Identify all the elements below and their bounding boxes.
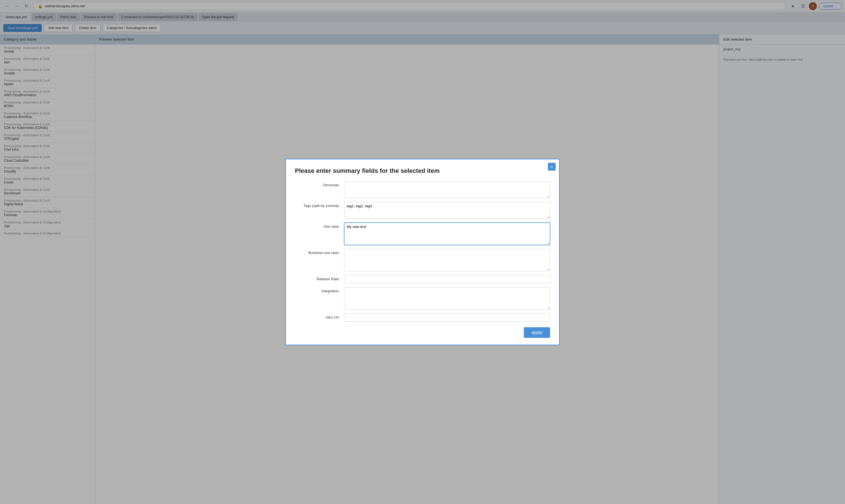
release-rate-label: Release Rate: — [295, 275, 340, 281]
form-row-personas: Personas: — [295, 181, 550, 198]
business-use-case-input[interactable] — [344, 249, 550, 271]
form-row-tags: Tags (split by comma): tag1, tag2, tag3 — [295, 202, 550, 219]
intro-url-label: Intro Url: — [295, 313, 340, 319]
use-case-input[interactable]: My new text — [344, 223, 550, 245]
integration-label: Integration: — [295, 287, 340, 293]
modal-overlay: x Please enter summary fields for the se… — [0, 0, 845, 504]
modal-title: Please enter summary fields for the sele… — [295, 167, 550, 175]
intro-url-input[interactable] — [344, 313, 550, 322]
form-row-integration: Integration: — [295, 287, 550, 310]
tags-input[interactable]: tag1, tag2, tag3 — [344, 202, 550, 219]
form-row-intro-url: Intro Url: — [295, 313, 550, 322]
business-use-case-label: Business use case: — [295, 249, 340, 255]
modal-footer: apply — [295, 327, 550, 338]
use-case-label: Use case: — [295, 223, 340, 229]
personas-input[interactable] — [344, 181, 550, 198]
release-rate-input[interactable] — [344, 275, 550, 283]
apply-button[interactable]: apply — [524, 327, 550, 338]
integration-input[interactable] — [344, 287, 550, 310]
form-row-use-case: Use case: My new text — [295, 223, 550, 245]
modal-close-button[interactable]: x — [548, 163, 556, 170]
personas-label: Personas: — [295, 181, 340, 187]
form-row-business-use-case: Business use case: — [295, 249, 550, 271]
modal-dialog: x Please enter summary fields for the se… — [285, 159, 560, 345]
tags-label: Tags (split by comma): — [295, 202, 340, 208]
form-row-release-rate: Release Rate: — [295, 275, 550, 283]
